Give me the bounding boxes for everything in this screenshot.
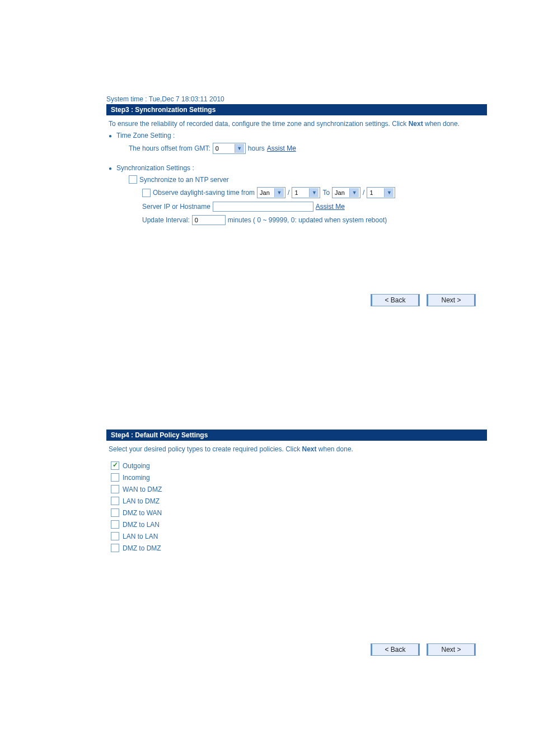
gmt-label: The hours offset from GMT: — [129, 144, 210, 152]
step3-desc-bold: Next — [409, 120, 423, 128]
sync-heading-row: ● Synchronization Settings : — [106, 164, 487, 174]
policy-item: Outgoing — [111, 460, 487, 472]
policy-label: LAN to DMZ — [123, 497, 160, 505]
bullet-icon: ● — [109, 164, 112, 173]
dst-from-day-select[interactable]: 1 ▼ — [292, 187, 320, 198]
assist-me-link[interactable]: Assist Me — [267, 144, 296, 152]
policy-checkbox[interactable] — [111, 473, 119, 482]
chevron-down-icon: ▼ — [384, 188, 394, 197]
back-button-label: < Back — [382, 646, 407, 654]
next-button-label: Next > — [439, 296, 463, 304]
policy-checkbox[interactable] — [111, 485, 119, 493]
policy-label: WAN to DMZ — [123, 486, 162, 493]
bullet-icon: ● — [109, 132, 112, 141]
policy-item: DMZ to DMZ — [111, 542, 487, 554]
update-interval-row: Update Interval: minutes ( 0 ~ 99999, 0:… — [106, 213, 487, 227]
policy-label: Incoming — [123, 474, 150, 482]
dst-from-day: 1 — [293, 189, 309, 196]
assist-me-link-2[interactable]: Assist Me — [316, 203, 345, 211]
slash: / — [363, 189, 364, 197]
next-button-label: Next > — [439, 646, 463, 654]
slash: / — [288, 189, 289, 197]
policy-item: LAN to DMZ — [111, 495, 487, 507]
update-interval-input[interactable] — [192, 215, 226, 225]
dst-to-day-select[interactable]: 1 ▼ — [367, 187, 395, 198]
step4-desc-bold: Next — [302, 445, 317, 453]
policy-item: WAN to DMZ — [111, 483, 487, 495]
gmt-offset-select[interactable]: 0 ▼ — [213, 143, 246, 154]
time-zone-heading: Time Zone Setting : — [116, 132, 175, 139]
step4-description: Select your desired policy types to crea… — [106, 441, 487, 456]
dst-from-month: Jan — [259, 189, 274, 196]
dst-to-label: To — [322, 189, 330, 197]
back-button-label: < Back — [382, 296, 407, 304]
step3-title: Step3 : Synchronization Settings — [106, 104, 487, 115]
chevron-down-icon: ▼ — [274, 188, 284, 197]
dst-from-month-select[interactable]: Jan ▼ — [257, 187, 285, 198]
gmt-offset-value: 0 — [214, 145, 235, 152]
step4-desc-post: when done. — [317, 445, 353, 453]
policy-item: DMZ to WAN — [111, 507, 487, 519]
update-interval-hint: minutes ( 0 ~ 99999, 0: updated when sys… — [228, 216, 387, 224]
next-button[interactable]: Next > — [427, 294, 476, 306]
policy-label: Outgoing — [123, 462, 150, 470]
step4-title: Step4 : Default Policy Settings — [106, 430, 487, 441]
hours-text: hours — [248, 144, 265, 152]
policy-checkbox[interactable] — [111, 508, 119, 517]
chevron-down-icon: ▼ — [309, 188, 318, 197]
server-row: Server IP or Hostname Assist Me — [106, 200, 487, 213]
policy-checkbox[interactable] — [111, 497, 119, 505]
dst-checkbox[interactable] — [142, 189, 151, 197]
dst-row: Observe daylight-saving time from Jan ▼ … — [106, 185, 487, 200]
step3-desc-post: when done. — [423, 120, 460, 128]
policy-checkbox[interactable] — [111, 461, 119, 470]
ntp-sync-checkbox[interactable] — [129, 175, 137, 184]
dst-to-month: Jan — [334, 189, 349, 196]
step3-description: To ensure the reliability of recorded da… — [106, 115, 487, 131]
policy-checkbox[interactable] — [111, 532, 119, 540]
policy-label: LAN to LAN — [123, 533, 158, 540]
server-label: Server IP or Hostname — [142, 203, 210, 211]
policy-item: Incoming — [111, 472, 487, 483]
policy-checkbox[interactable] — [111, 520, 119, 529]
policy-checkbox[interactable] — [111, 544, 119, 552]
policy-list: OutgoingIncomingWAN to DMZLAN to DMZDMZ … — [106, 456, 487, 554]
policy-item: LAN to LAN — [111, 530, 487, 542]
step4-nav: < Back Next > — [106, 554, 487, 678]
ntp-sync-row: Synchronize to an NTP server — [106, 174, 487, 185]
dst-label: Observe daylight-saving time from — [153, 189, 255, 197]
chevron-down-icon: ▼ — [349, 188, 359, 197]
policy-label: DMZ to LAN — [123, 521, 160, 529]
dst-to-month-select[interactable]: Jan ▼ — [332, 187, 360, 198]
chevron-down-icon: ▼ — [235, 144, 244, 153]
back-button[interactable]: < Back — [371, 294, 420, 306]
step3-nav: < Back Next > — [106, 227, 487, 318]
server-hostname-input[interactable] — [213, 202, 313, 212]
next-button[interactable]: Next > — [427, 643, 476, 656]
time-zone-heading-row: ● Time Zone Setting : — [106, 131, 487, 141]
system-time: System time : Tue,Dec 7 18:03:11 2010 — [106, 0, 487, 104]
ntp-sync-label: Synchronize to an NTP server — [139, 176, 229, 184]
back-button[interactable]: < Back — [371, 643, 420, 656]
update-interval-label: Update Interval: — [142, 216, 190, 224]
policy-label: DMZ to DMZ — [123, 544, 161, 552]
gmt-offset-row: The hours offset from GMT: 0 ▼ hours Ass… — [106, 141, 487, 156]
policy-label: DMZ to WAN — [123, 509, 162, 517]
policy-item: DMZ to LAN — [111, 519, 487, 530]
dst-to-day: 1 — [368, 189, 384, 196]
step3-desc-pre: To ensure the reliability of recorded da… — [109, 120, 409, 128]
step4-desc-pre: Select your desired policy types to crea… — [109, 445, 302, 453]
sync-heading: Synchronization Settings : — [116, 164, 194, 172]
